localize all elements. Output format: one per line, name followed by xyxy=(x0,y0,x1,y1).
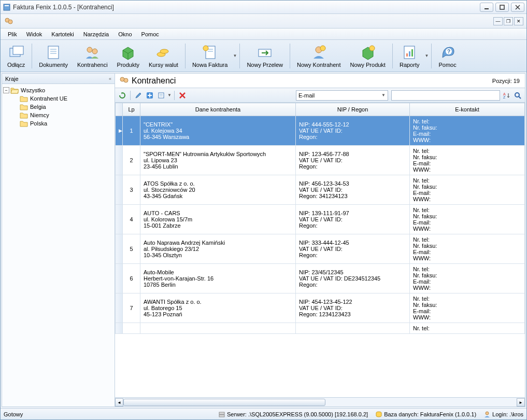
column-ekontakt[interactable]: E-kontakt xyxy=(410,103,525,116)
scroll-right-arrow[interactable]: ► xyxy=(517,398,525,407)
column-marker[interactable] xyxy=(116,103,123,116)
menu-kartoteki[interactable]: Kartoteki xyxy=(47,30,78,38)
tool-produkty[interactable]: Produkty xyxy=(112,41,144,71)
cell-dane: "CENTRIX" ul. Kolejowa 34 56-345 Warszaw… xyxy=(140,116,296,146)
svg-rect-28 xyxy=(409,51,410,57)
status-database: Baza danych: FakturaFenix (1.0.0.1) xyxy=(375,411,476,418)
svg-point-44 xyxy=(515,93,519,97)
edit-button[interactable] xyxy=(133,90,144,101)
list-dropdown[interactable]: ▼ xyxy=(167,93,172,97)
tree-child[interactable]: Polska xyxy=(20,119,113,128)
table-row[interactable]: 5Auto Naprawa Andrzej Kamiński al. Piłsu… xyxy=(116,234,525,264)
cell-dane: Auto Naprawa Andrzej Kamiński al. Piłsud… xyxy=(140,234,296,264)
folder-icon xyxy=(20,103,28,110)
toolbar-separator xyxy=(239,44,240,68)
sidebar-collapse-icon[interactable]: « xyxy=(109,76,111,81)
column-dane[interactable]: Dane kontrahenta xyxy=(140,103,296,116)
horizontal-scrollbar[interactable]: ◄ ► xyxy=(115,397,525,407)
column-lp[interactable]: Lp xyxy=(123,103,140,116)
svg-point-24 xyxy=(320,46,325,51)
mdi-minimize-button[interactable]: — xyxy=(493,17,503,25)
menu-widok[interactable]: Widok xyxy=(22,30,47,38)
add-button[interactable] xyxy=(145,90,155,101)
folder-icon xyxy=(20,95,28,102)
toolbar: Odłącz Dokumenty Kontrahenci Produkty Ku… xyxy=(1,40,526,72)
table-row[interactable]: ▶1"CENTRIX" ul. Kolejowa 34 56-345 Warsz… xyxy=(116,116,525,146)
table-row[interactable]: 3ATOS Spółka z o. o. ul. Stoczniowców 20… xyxy=(116,175,525,205)
cell-dane: ATOS Spółka z o. o. ul. Stoczniowców 20 … xyxy=(140,175,296,205)
box-icon xyxy=(120,44,136,61)
sort-asc-button[interactable]: AZ xyxy=(501,90,511,101)
people-icon xyxy=(118,75,130,87)
tool-raporty-dropdown[interactable]: ▼ xyxy=(424,41,429,71)
tree-collapse-icon[interactable]: − xyxy=(3,87,9,93)
tree-child[interactable]: Niemcy xyxy=(20,111,113,119)
tool-nowy-produkt[interactable]: Nowy Produkt xyxy=(345,41,390,71)
database-icon xyxy=(375,411,382,418)
menu-plik[interactable]: Plik xyxy=(4,30,21,38)
svg-line-45 xyxy=(519,96,521,99)
cell-lp: 1 xyxy=(123,116,140,146)
table-row[interactable]: 4AUTO - CARS ul. Kolorowa 15/7m 15-001 Z… xyxy=(116,205,525,234)
tool-pomoc[interactable]: ? Pomoc xyxy=(434,41,461,71)
cell-ekontakt: Nr. tel: Nr. faksu: E-mail: WWW: xyxy=(410,175,525,205)
grid-wrapper[interactable]: Lp Dane kontrahenta NIP / Regon E-kontak… xyxy=(115,103,525,397)
filter-input[interactable] xyxy=(391,90,500,101)
row-marker xyxy=(116,205,123,234)
tool-kursy-walut[interactable]: Kursy walut xyxy=(144,41,183,71)
table-row[interactable]: 2"SPORT-MEN" Hutrownia Artykułów Sportow… xyxy=(116,146,525,175)
server-icon xyxy=(218,411,225,418)
table-row[interactable]: Nr. tel: xyxy=(116,323,525,334)
people-icon xyxy=(84,44,101,61)
sidebar: Kraje « − Wszystko Kontrahent UE Belg xyxy=(2,74,115,407)
mdi-restore-button[interactable]: ❐ xyxy=(504,17,513,25)
tool-nowa-faktura-dropdown[interactable]: ▼ xyxy=(232,41,237,71)
content: Kontrahenci Pozycji: 19 ▼ E-mail ▼ AZ xyxy=(115,74,525,407)
folder-open-icon xyxy=(10,87,19,94)
cell-dane: Auto-Mobile Herbert-von-Karajan-Str. 16 … xyxy=(140,264,296,293)
tree-child[interactable]: Belgia xyxy=(20,103,113,111)
chart-icon xyxy=(401,44,418,61)
minimize-button[interactable] xyxy=(480,3,493,12)
tree-child[interactable]: Kontrahent UE xyxy=(20,94,113,103)
mdi-close-button[interactable]: ✕ xyxy=(514,17,523,25)
tree-root-label: Wszystko xyxy=(21,87,45,93)
row-marker: ▶ xyxy=(116,116,123,146)
column-nip[interactable]: NIP / Regon xyxy=(296,103,410,116)
toolbar-separator xyxy=(32,44,32,68)
tool-kontrahenci[interactable]: Kontrahenci xyxy=(73,41,112,71)
list-button[interactable] xyxy=(156,90,166,101)
grid: Lp Dane kontrahenta NIP / Regon E-kontak… xyxy=(115,103,525,334)
status-bar: Gotowy Serwer: .\SQL2005EXPRESS (9.00.50… xyxy=(1,408,526,419)
menu-okno[interactable]: Okno xyxy=(114,30,136,38)
filter-field-select[interactable]: E-mail ▼ xyxy=(296,90,388,101)
tool-raporty[interactable]: Raporty xyxy=(395,41,424,71)
tool-nowy-kontrahent[interactable]: Nowy Kontrahent xyxy=(292,41,345,71)
svg-point-17 xyxy=(160,49,168,53)
refresh-button[interactable] xyxy=(117,90,127,101)
menu-bar: Plik Widok Kartoteki Narzędzia Okno Pomo… xyxy=(1,29,526,40)
menu-pomoc[interactable]: Pomoc xyxy=(137,30,163,38)
menu-narzedzia[interactable]: Narzędzia xyxy=(79,30,113,38)
table-row[interactable]: 7AWANTI Spółka z o. o. ul. Batorego 15 4… xyxy=(116,293,525,323)
svg-point-21 xyxy=(203,46,208,51)
new-person-icon xyxy=(310,44,327,61)
tool-dokumenty[interactable]: Dokumenty xyxy=(34,41,73,71)
cell-nip: NIP: 123-456-77-88 VAT UE / VAT ID: Rego… xyxy=(296,146,410,175)
delete-button[interactable] xyxy=(177,90,188,101)
close-button[interactable] xyxy=(511,3,524,12)
scroll-left-arrow[interactable]: ◄ xyxy=(115,398,123,407)
tool-odlacz[interactable]: Odłącz xyxy=(3,41,30,71)
maximize-button[interactable] xyxy=(495,3,509,12)
find-button[interactable] xyxy=(512,90,523,101)
content-header: Kontrahenci Pozycji: 19 xyxy=(115,74,525,88)
row-marker xyxy=(116,175,123,205)
scroll-thumb[interactable] xyxy=(123,399,325,406)
tool-nowy-przelew[interactable]: Nowy Przelew xyxy=(242,41,288,71)
tree-root[interactable]: − Wszystko xyxy=(3,86,113,94)
tree-child-label: Polska xyxy=(30,120,47,127)
svg-rect-47 xyxy=(219,415,224,417)
table-row[interactable]: 6Auto-Mobile Herbert-von-Karajan-Str. 16… xyxy=(116,264,525,293)
tree-child-label: Kontrahent UE xyxy=(30,95,67,102)
tool-nowa-faktura[interactable]: Nowa Faktura xyxy=(188,41,232,71)
